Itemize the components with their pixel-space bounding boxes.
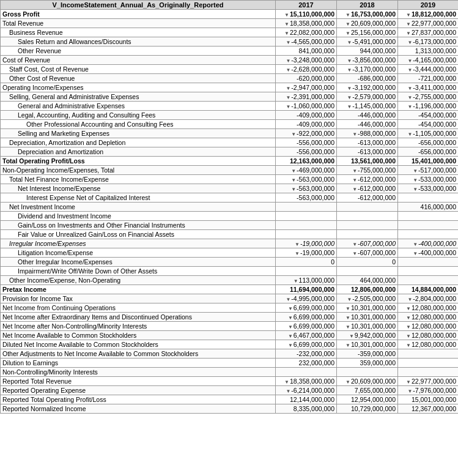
row-value: 359,000,000 — [337, 359, 398, 368]
table-row: Other Adjustments to Net Income Availabl… — [1, 349, 459, 359]
table-row: Diluted Net Income Available to Common S… — [1, 340, 459, 349]
table-row: Interest Expense Net of Capitalized Inte… — [1, 193, 459, 203]
row-value: 15,401,000,000 — [398, 157, 459, 166]
row-value: 8,335,000,000 — [276, 404, 337, 414]
row-value: 12,080,000,000 — [398, 340, 459, 349]
row-value: 6,699,000,000 — [276, 340, 337, 349]
row-value: -517,000,000 — [398, 166, 459, 175]
row-value: -613,000,000 — [337, 138, 398, 147]
row-value — [337, 221, 398, 230]
row-value: -3,248,000,000 — [276, 56, 337, 65]
row-value: 416,000,000 — [398, 203, 459, 212]
table-row: Total Revenue18,358,000,00020,609,000,00… — [1, 19, 459, 28]
table-row: Total Net Finance Income/Expense-563,000… — [1, 175, 459, 184]
row-value: -613,000,000 — [337, 147, 398, 157]
income-statement-table: V_IncomeStatement_Annual_As_Originally_R… — [0, 0, 458, 414]
row-value: 1,313,000,000 — [398, 46, 459, 56]
row-value: -6,214,000,000 — [276, 386, 337, 395]
row-label: Depreciation and Amortization — [1, 147, 276, 157]
row-value: 10,301,000,000 — [337, 340, 398, 349]
table-row: Total Operating Profit/Loss12,163,000,00… — [1, 157, 459, 166]
row-value: -1,145,000,000 — [337, 102, 398, 111]
table-row: Provision for Income Tax-4,995,000,000-2… — [1, 294, 459, 303]
row-label: Total Operating Profit/Loss — [1, 157, 276, 166]
table-row: Selling and Marketing Expenses-922,000,0… — [1, 129, 459, 138]
table-row: Reported Total Revenue18,358,000,00020,6… — [1, 377, 459, 386]
row-value — [337, 212, 398, 221]
row-value: -563,000,000 — [276, 175, 337, 184]
row-value — [398, 212, 459, 221]
row-value: 18,358,000,000 — [276, 377, 337, 386]
row-value: -563,000,000 — [276, 193, 337, 203]
row-value: -533,000,000 — [398, 184, 459, 193]
row-value — [398, 193, 459, 203]
row-value: -612,000,000 — [337, 193, 398, 203]
table-row: Reported Operating Expense-6,214,000,000… — [1, 386, 459, 395]
row-value: 944,000,000 — [337, 46, 398, 56]
row-label: Sales Return and Allowances/Discounts — [1, 37, 276, 46]
row-value: 7,655,000,000 — [337, 386, 398, 395]
table-row: Dividend and Investment Income — [1, 212, 459, 221]
row-value: -2,391,000,000 — [276, 92, 337, 102]
row-value: -1,060,000,000 — [276, 102, 337, 111]
row-value: -612,000,000 — [337, 184, 398, 193]
table-row: Legal, Accounting, Auditing and Consulti… — [1, 111, 459, 120]
row-value: 841,000,000 — [276, 46, 337, 56]
row-value: -400,000,000 — [398, 248, 459, 258]
table-row: Impairment/Write Off/Write Down of Other… — [1, 267, 459, 276]
row-value: -400,000,000 — [398, 239, 459, 248]
row-value: -656,000,000 — [398, 138, 459, 147]
row-value: 15,001,000,000 — [398, 395, 459, 404]
row-value: 12,163,000,000 — [276, 157, 337, 166]
row-label: Cost of Revenue — [1, 56, 276, 65]
row-label: Gain/Loss on Investments and Other Finan… — [1, 221, 276, 230]
row-value: -19,000,000 — [276, 248, 337, 258]
col-header-label: V_IncomeStatement_Annual_As_Originally_R… — [1, 1, 276, 10]
row-value: -2,505,000,000 — [337, 294, 398, 303]
row-value: 12,367,000,000 — [398, 404, 459, 414]
row-value — [337, 368, 398, 377]
row-label: Selling and Marketing Expenses — [1, 129, 276, 138]
row-value: -556,000,000 — [276, 147, 337, 157]
row-value: 12,080,000,000 — [398, 303, 459, 313]
row-value: -2,755,000,000 — [398, 92, 459, 102]
row-value: 20,609,000,000 — [337, 377, 398, 386]
row-value — [398, 359, 459, 368]
row-value: 16,753,000,000 — [337, 10, 398, 19]
row-value: 6,467,000,000 — [276, 331, 337, 340]
col-header-2019: 2019 — [398, 1, 459, 10]
row-value: -3,170,000,000 — [337, 65, 398, 74]
row-value: -3,444,000,000 — [398, 65, 459, 74]
row-value: -533,000,000 — [398, 175, 459, 184]
row-value: -607,000,000 — [337, 239, 398, 248]
row-value: 12,954,000,000 — [337, 395, 398, 404]
row-value: 232,000,000 — [276, 359, 337, 368]
row-value: -3,856,000,000 — [337, 56, 398, 65]
row-value: -359,000,000 — [337, 349, 398, 359]
row-value — [398, 230, 459, 239]
row-value — [337, 203, 398, 212]
row-value: 10,729,000,000 — [337, 404, 398, 414]
row-value: 27,837,000,000 — [398, 28, 459, 37]
row-value — [276, 267, 337, 276]
row-value: 0 — [276, 258, 337, 267]
row-value: -4,995,000,000 — [276, 294, 337, 303]
table-header: V_IncomeStatement_Annual_As_Originally_R… — [1, 1, 459, 10]
row-value: 22,977,000,000 — [398, 19, 459, 28]
table-row: Other Revenue841,000,000944,000,0001,313… — [1, 46, 459, 56]
row-label: Net Income Available to Common Stockhold… — [1, 331, 276, 340]
row-value: 15,110,000,000 — [276, 10, 337, 19]
col-header-2018: 2018 — [337, 1, 398, 10]
table-row: Net Income after Non-Controlling/Minorit… — [1, 322, 459, 331]
table-row: Net Investment Income416,000,000 — [1, 203, 459, 212]
row-label: Net Income after Extraordinary Items and… — [1, 313, 276, 322]
row-value: -454,000,000 — [398, 120, 459, 129]
row-label: Litigation Income/Expense — [1, 248, 276, 258]
row-label: Non-Operating Income/Expenses, Total — [1, 166, 276, 175]
row-value: -612,000,000 — [337, 175, 398, 184]
row-value: -686,000,000 — [337, 74, 398, 83]
row-value — [337, 230, 398, 239]
row-value: -19,000,000 — [276, 239, 337, 248]
row-value: -563,000,000 — [276, 184, 337, 193]
row-label: General and Administrative Expenses — [1, 102, 276, 111]
